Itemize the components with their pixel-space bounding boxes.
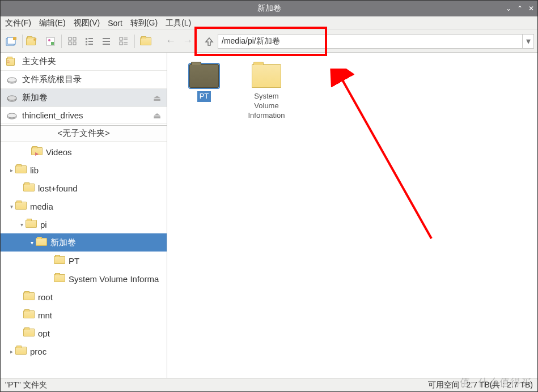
tree-node-lostfound[interactable]: lost+found <box>1 179 167 197</box>
svg-point-28 <box>7 96 16 100</box>
svg-rect-15 <box>88 44 93 45</box>
place-home[interactable]: ⌂ 主文件夹 <box>1 53 167 71</box>
tree-panel: <无子文件夹> ▶Videos ▸lib lost+found ▾media ▾… <box>1 125 167 378</box>
folder-icon <box>15 165 27 174</box>
svg-rect-9 <box>73 42 76 45</box>
folder-icon <box>54 256 65 265</box>
tree-node-videos[interactable]: ▶Videos <box>1 143 167 161</box>
folder-icon <box>23 329 35 338</box>
svg-rect-5 <box>51 42 54 45</box>
separator <box>134 35 135 48</box>
tree-node-root[interactable]: root <box>1 288 167 306</box>
menu-file[interactable]: 文件(F) <box>5 18 31 28</box>
drive-icon <box>6 111 18 120</box>
tree-node-lib[interactable]: ▸lib <box>1 161 167 179</box>
status-selection: "PT" 文件夹 <box>5 380 47 390</box>
folder-icon <box>15 202 27 211</box>
up-button[interactable] <box>201 33 218 49</box>
folder-icon <box>23 310 35 319</box>
folder-icon <box>252 64 281 88</box>
svg-rect-6 <box>69 37 71 40</box>
toolbar: ★ ← → /media/pi/新加卷 ▾ <box>1 30 537 53</box>
folder-icon <box>189 64 219 88</box>
svg-rect-10 <box>86 38 87 40</box>
new-tab-button[interactable] <box>4 34 19 49</box>
folder-icon <box>36 238 47 247</box>
tree-node-media[interactable]: ▾media <box>1 197 167 215</box>
folder-icon: ▶ <box>31 147 43 156</box>
sidebar: ⌂ 主文件夹 文件系统根目录 新加卷 ⏏ thinclient_drives ⏏… <box>1 53 167 378</box>
tree-header: <无子文件夹> <box>1 126 167 142</box>
file-label: System Volume Information <box>241 91 292 121</box>
svg-rect-8 <box>69 42 71 45</box>
place-label: thinclient_drives <box>22 110 83 120</box>
drive-icon <box>6 75 18 84</box>
menu-sort[interactable]: Sort <box>108 19 122 28</box>
place-thinclient[interactable]: thinclient_drives ⏏ <box>1 107 167 124</box>
path-input[interactable]: /media/pi/新加卷 <box>218 34 523 49</box>
statusbar: "PT" 文件夹 可用空间 : 2.7 TB(共 : 2.7 TB) <box>1 378 537 391</box>
tree-node-svi[interactable]: System Volume Informa <box>1 270 167 288</box>
forward-button[interactable]: → <box>180 34 195 49</box>
drive-icon <box>6 93 18 103</box>
file-label: PT <box>197 91 211 102</box>
maximize-button[interactable]: ⌃ <box>517 5 523 12</box>
folder-icon <box>54 274 65 283</box>
window-controls: ⌄ ⌃ ✕ <box>506 5 534 12</box>
new-folder-button[interactable]: ★ <box>26 34 41 49</box>
close-button[interactable]: ✕ <box>528 5 534 12</box>
folder-icon <box>23 184 35 193</box>
place-label: 主文件夹 <box>22 56 56 67</box>
folder-tree: ▶Videos ▸lib lost+found ▾media ▾pi ▾新加卷 … <box>1 142 167 361</box>
tree-node-pi[interactable]: ▾pi <box>1 215 167 233</box>
compact-view-button[interactable] <box>82 34 97 49</box>
main-area: ⌂ 主文件夹 文件系统根目录 新加卷 ⏏ thinclient_drives ⏏… <box>1 53 537 378</box>
svg-rect-7 <box>73 37 76 40</box>
tree-node-proc[interactable]: ▸proc <box>1 342 167 360</box>
minimize-button[interactable]: ⌄ <box>506 5 511 12</box>
home-icon: ⌂ <box>6 57 18 66</box>
icon-view-button[interactable] <box>65 34 80 49</box>
eject-icon[interactable]: ⏏ <box>153 93 161 103</box>
svg-rect-12 <box>86 41 87 42</box>
place-volume[interactable]: 新加卷 ⏏ <box>1 89 167 107</box>
home-button[interactable] <box>138 34 153 49</box>
svg-point-4 <box>48 39 50 41</box>
svg-rect-11 <box>88 38 93 39</box>
places-panel: ⌂ 主文件夹 文件系统根目录 新加卷 ⏏ thinclient_drives ⏏ <box>1 53 167 124</box>
menu-go[interactable]: 转到(G) <box>130 18 158 28</box>
separator <box>61 35 62 48</box>
svg-rect-22 <box>120 42 122 45</box>
tree-node-newvol[interactable]: ▾新加卷 <box>1 233 167 252</box>
folder-icon <box>26 220 37 229</box>
path-dropdown[interactable]: ▾ <box>523 34 534 49</box>
folder-icon <box>15 347 27 356</box>
tree-node-mnt[interactable]: mnt <box>1 306 167 324</box>
list-view-button[interactable] <box>99 34 114 49</box>
path-area: /media/pi/新加卷 ▾ <box>201 33 534 49</box>
menu-tools[interactable]: 工具(L) <box>166 18 191 28</box>
menu-edit[interactable]: 编辑(E) <box>39 18 66 28</box>
place-label: 新加卷 <box>22 92 48 103</box>
menubar: 文件(F) 编辑(E) 视图(V) Sort 转到(G) 工具(L) <box>1 16 537 30</box>
window-title: 新加卷 <box>257 3 281 14</box>
separator <box>22 35 23 48</box>
file-item-pt[interactable]: PT <box>179 64 230 102</box>
svg-rect-19 <box>120 37 122 40</box>
svg-point-26 <box>7 78 16 82</box>
detail-view-button[interactable] <box>116 34 131 49</box>
svg-rect-13 <box>88 41 93 42</box>
content-area[interactable]: PT System Volume Information <box>167 53 537 378</box>
place-label: 文件系统根目录 <box>22 74 82 85</box>
place-filesystem[interactable]: 文件系统根目录 <box>1 71 167 89</box>
file-item-svi[interactable]: System Volume Information <box>241 64 292 121</box>
back-button[interactable]: ← <box>163 34 178 49</box>
tree-node-pt[interactable]: PT <box>1 252 167 270</box>
svg-point-30 <box>7 113 16 118</box>
svg-rect-14 <box>86 44 87 45</box>
menu-view[interactable]: 视图(V) <box>74 18 100 28</box>
eject-icon[interactable]: ⏏ <box>153 110 161 121</box>
properties-button[interactable] <box>43 34 58 49</box>
tree-node-opt[interactable]: opt <box>1 324 167 342</box>
watermark: 值- 什么值得买 <box>460 376 532 389</box>
